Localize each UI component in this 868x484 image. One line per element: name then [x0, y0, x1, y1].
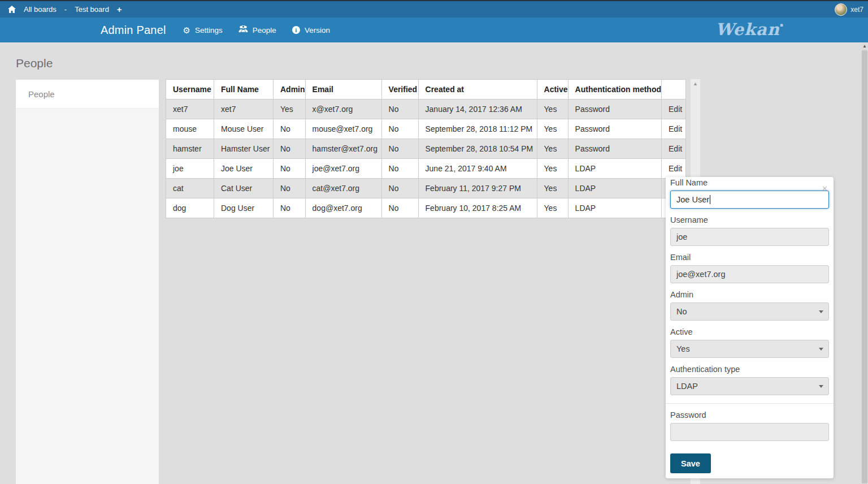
cell-username: mouse	[166, 119, 214, 139]
cell-active: Yes	[537, 179, 568, 198]
close-icon[interactable]: ✕	[822, 185, 828, 192]
table-row: mouse Mouse User No mouse@xet7.org No Se…	[166, 119, 686, 139]
edit-link[interactable]: Edit	[669, 144, 682, 153]
board-header-bar: All boards - Test board + xet7	[0, 1, 868, 18]
chevron-down-icon	[819, 348, 823, 351]
chevron-down-icon	[819, 310, 823, 313]
users-icon	[238, 25, 248, 34]
sidebar-item-people[interactable]: People	[16, 80, 159, 108]
page-scrollbar[interactable]: ▲	[861, 43, 868, 484]
active-select[interactable]: Yes	[670, 340, 829, 358]
edit-user-popup: ✕ Full Name Joe User Username joe Email …	[666, 177, 834, 478]
breadcrumb-separator: -	[64, 5, 67, 14]
password-label: Password	[670, 410, 829, 420]
cell-created-at: January 14, 2017 12:36 AM	[418, 100, 537, 119]
cell-created-at: February 10, 2017 8:25 AM	[418, 198, 537, 218]
cell-username: joe	[166, 159, 214, 179]
cell-fullname: Mouse User	[214, 119, 274, 139]
col-header-fullname: Full Name	[214, 80, 274, 100]
scroll-up-icon[interactable]: ▲	[691, 79, 700, 87]
nav-people-label: People	[253, 26, 276, 34]
edit-link[interactable]: Edit	[669, 105, 682, 114]
admin-select[interactable]: No	[670, 302, 829, 321]
col-header-created-at: Created at	[418, 80, 537, 100]
col-header-auth-method: Authentication method	[568, 80, 661, 100]
cell-admin: No	[274, 159, 306, 179]
cell-email: x@xet7.org	[305, 100, 381, 119]
text-cursor	[710, 195, 710, 204]
cell-admin: Yes	[274, 100, 306, 119]
cell-email: cat@xet7.org	[305, 179, 381, 198]
auth-type-select[interactable]: LDAP	[670, 377, 829, 395]
col-header-active: Active	[537, 80, 568, 100]
username-input[interactable]: joe	[670, 228, 829, 246]
popup-divider	[666, 403, 834, 404]
wekan-logo: Wekan▪	[715, 20, 783, 39]
cell-verified: No	[381, 159, 418, 179]
save-button[interactable]: Save	[670, 453, 711, 473]
admin-selected-value: No	[676, 307, 687, 316]
cell-active: Yes	[537, 139, 568, 159]
email-input[interactable]: joe@xet7.org	[670, 265, 829, 283]
cell-fullname: xet7	[214, 100, 274, 119]
nav-people[interactable]: People	[238, 25, 276, 34]
col-header-admin: Admin	[274, 80, 306, 100]
user-avatar[interactable]	[835, 3, 847, 16]
chevron-down-icon	[819, 385, 823, 388]
auth-type-selected-value: LDAP	[676, 382, 698, 391]
nav-settings[interactable]: ⚙ Settings	[183, 26, 223, 34]
info-icon: i	[292, 26, 300, 34]
full-name-input[interactable]: Joe User	[670, 191, 829, 209]
cell-verified: No	[381, 100, 418, 119]
admin-panel-title: Admin Panel	[101, 24, 166, 37]
cell-created-at: September 28, 2018 10:54 PM	[418, 139, 537, 159]
cell-auth-method: LDAP	[568, 198, 661, 218]
cell-auth-method: Password	[568, 119, 661, 139]
sidebar-item-label: People	[28, 89, 55, 99]
cell-created-at: June 21, 2017 9:40 AM	[418, 159, 537, 179]
cell-admin: No	[274, 119, 306, 139]
edit-link[interactable]: Edit	[669, 164, 682, 173]
scroll-up-icon[interactable]: ▲	[861, 43, 868, 50]
cell-email: joe@xet7.org	[305, 159, 381, 179]
nav-settings-label: Settings	[195, 26, 223, 34]
col-header-username: Username	[166, 80, 214, 100]
admin-navbar: Admin Panel ⚙ Settings People i Version …	[0, 18, 868, 42]
breadcrumb-all-boards[interactable]: All boards	[24, 5, 57, 14]
table-row: joe Joe User No joe@xet7.org No June 21,…	[166, 159, 686, 179]
nav-version-label: Version	[305, 26, 330, 34]
cell-auth-method: Password	[568, 139, 661, 159]
col-header-email: Email	[305, 80, 381, 100]
home-icon[interactable]	[8, 6, 16, 13]
cell-active: Yes	[537, 198, 568, 218]
page-title: People	[16, 57, 53, 70]
cell-created-at: February 11, 2017 9:27 PM	[418, 179, 537, 198]
cell-email: mouse@xet7.org	[305, 119, 381, 139]
nav-version[interactable]: i Version	[292, 26, 330, 34]
cell-auth-method: Password	[568, 100, 661, 119]
full-name-label: Full Name	[670, 178, 829, 187]
breadcrumb-board-name[interactable]: Test board	[75, 5, 109, 14]
table-row: hamster Hamster User No hamster@xet7.org…	[166, 139, 686, 159]
add-board-icon[interactable]: +	[117, 5, 122, 14]
cell-auth-method: LDAP	[568, 179, 661, 198]
cell-username: hamster	[166, 139, 214, 159]
cell-admin: No	[274, 179, 306, 198]
password-input[interactable]	[670, 423, 829, 441]
table-row: xet7 xet7 Yes x@xet7.org No January 14, …	[166, 100, 686, 119]
cell-verified: No	[381, 139, 418, 159]
scrollbar-thumb[interactable]	[862, 50, 867, 483]
cell-verified: No	[381, 198, 418, 218]
table-row: dog Dog User No dog@xet7.org No February…	[166, 198, 686, 218]
cell-created-at: September 28, 2018 11:12 PM	[418, 119, 537, 139]
cell-active: Yes	[537, 159, 568, 179]
topbar-username[interactable]: xet7	[850, 6, 863, 14]
cell-verified: No	[381, 119, 418, 139]
admin-sidebar: People	[16, 80, 159, 484]
active-label: Active	[670, 327, 829, 336]
cell-admin: No	[274, 198, 306, 218]
cell-fullname: Joe User	[214, 159, 274, 179]
edit-link[interactable]: Edit	[669, 124, 682, 133]
wekan-logo-mark: ▪	[780, 22, 783, 28]
cell-fullname: Dog User	[214, 198, 274, 218]
